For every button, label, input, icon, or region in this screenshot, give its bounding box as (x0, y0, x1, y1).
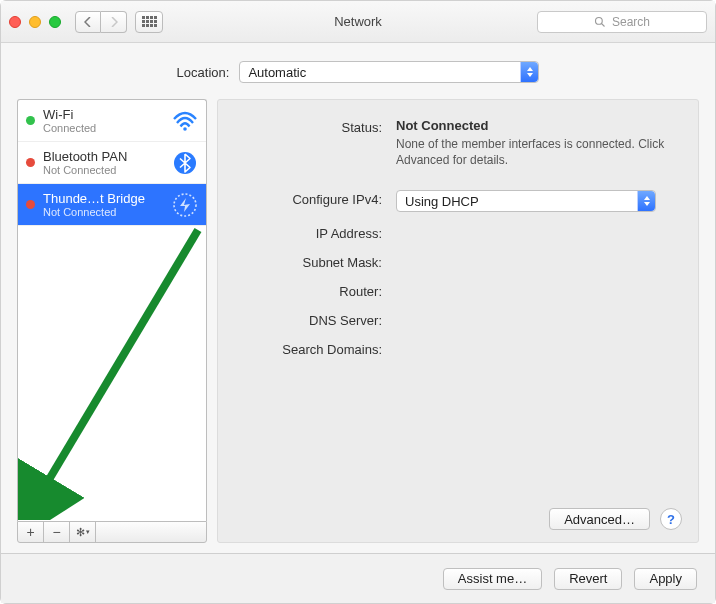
select-stepper-icon (637, 191, 655, 211)
service-list: Wi-Fi Connected Bluetooth PAN Not Connec… (17, 99, 207, 521)
status-value: Not Connected (396, 118, 680, 133)
help-button[interactable]: ? (660, 508, 682, 530)
svg-point-2 (183, 127, 187, 131)
service-actions-menu[interactable]: ✻▾ (70, 522, 96, 542)
network-prefs-window: Network Search Location: Automatic Wi-Fi… (0, 0, 716, 604)
subnet-mask-label: Subnet Mask: (236, 253, 396, 270)
service-name: Bluetooth PAN (43, 149, 164, 164)
assist-me-button[interactable]: Assist me… (443, 568, 542, 590)
advanced-button[interactable]: Advanced… (549, 508, 650, 530)
show-all-button[interactable] (135, 11, 163, 33)
dns-server-label: DNS Server: (236, 311, 396, 328)
location-row: Location: Automatic (1, 43, 715, 99)
chevron-left-icon (84, 17, 92, 27)
chevron-right-icon (110, 17, 118, 27)
location-value: Automatic (248, 65, 306, 80)
svg-line-5 (38, 230, 198, 498)
service-item-thunderbolt-bridge[interactable]: Thunde…t Bridge Not Connected (18, 184, 206, 226)
tool-spacer (96, 522, 206, 542)
gear-icon: ✻ (76, 526, 85, 539)
wifi-icon (172, 108, 198, 134)
add-service-button[interactable]: + (18, 522, 44, 542)
select-stepper-icon (520, 62, 538, 82)
status-description: None of the member interfaces is connect… (396, 136, 680, 168)
configure-ipv4-select[interactable]: Using DHCP (396, 190, 656, 212)
search-domains-label: Search Domains: (236, 340, 396, 357)
service-name: Wi-Fi (43, 107, 164, 122)
configure-ipv4-value: Using DHCP (405, 194, 479, 209)
detail-panel: Status: Not Connected None of the member… (217, 99, 699, 543)
ip-address-label: IP Address: (236, 224, 396, 241)
service-status: Connected (43, 122, 164, 134)
svg-point-0 (595, 17, 602, 24)
location-label: Location: (177, 65, 230, 80)
content-area: Wi-Fi Connected Bluetooth PAN Not Connec… (1, 99, 715, 553)
back-button[interactable] (75, 11, 101, 33)
service-name: Thunde…t Bridge (43, 191, 164, 206)
location-select[interactable]: Automatic (239, 61, 539, 83)
thunderbolt-bridge-icon (172, 192, 198, 218)
status-label: Status: (236, 118, 396, 135)
search-placeholder: Search (612, 15, 650, 29)
service-item-bluetooth[interactable]: Bluetooth PAN Not Connected (18, 142, 206, 184)
search-input[interactable]: Search (537, 11, 707, 33)
service-status: Not Connected (43, 206, 164, 218)
service-tools: + − ✻▾ (17, 521, 207, 543)
status-dot (26, 116, 35, 125)
apply-button[interactable]: Apply (634, 568, 697, 590)
footer: Assist me… Revert Apply (1, 553, 715, 603)
nav-back-forward (75, 11, 127, 33)
bluetooth-icon (172, 150, 198, 176)
grid-icon (142, 16, 157, 27)
svg-line-1 (601, 23, 604, 26)
router-label: Router: (236, 282, 396, 299)
search-icon (594, 16, 606, 28)
revert-button[interactable]: Revert (554, 568, 622, 590)
titlebar: Network Search (1, 1, 715, 43)
sidebar-column: Wi-Fi Connected Bluetooth PAN Not Connec… (17, 99, 207, 543)
status-dot (26, 200, 35, 209)
window-controls (9, 16, 61, 28)
service-status: Not Connected (43, 164, 164, 176)
configure-ipv4-label: Configure IPv4: (236, 190, 396, 207)
zoom-window[interactable] (49, 16, 61, 28)
status-dot (26, 158, 35, 167)
remove-service-button[interactable]: − (44, 522, 70, 542)
service-item-wifi[interactable]: Wi-Fi Connected (18, 100, 206, 142)
minimize-window[interactable] (29, 16, 41, 28)
close-window[interactable] (9, 16, 21, 28)
forward-button[interactable] (101, 11, 127, 33)
